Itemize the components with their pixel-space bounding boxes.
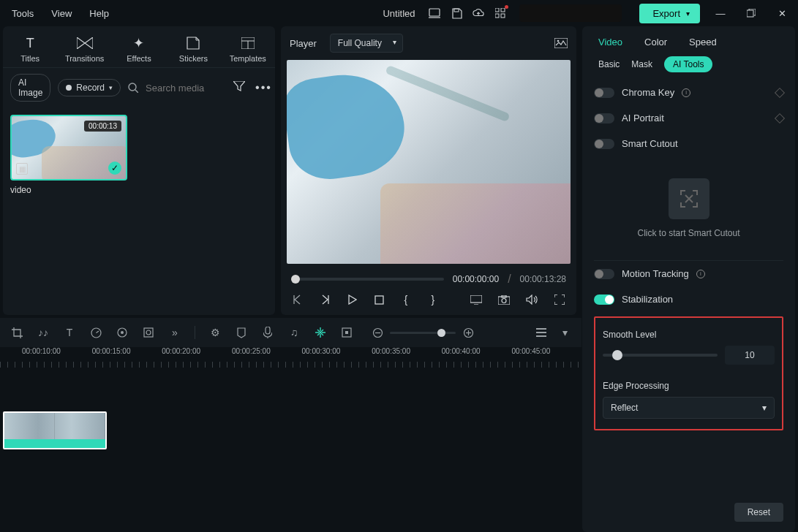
- smart-cutout-hint: Click to start Smart Cutout: [594, 228, 783, 238]
- track-view-icon[interactable]: [535, 326, 548, 339]
- mic-icon[interactable]: [261, 326, 274, 339]
- menu-help[interactable]: Help: [89, 8, 109, 19]
- zoom-in-button[interactable]: [462, 326, 475, 339]
- keyframe-icon[interactable]: [775, 87, 785, 97]
- svg-rect-3: [495, 8, 499, 12]
- save-icon[interactable]: [451, 7, 462, 19]
- menu-tools[interactable]: Tools: [12, 8, 34, 19]
- svg-rect-16: [470, 295, 482, 303]
- frame-icon[interactable]: [340, 326, 353, 339]
- reset-button[interactable]: Reset: [734, 503, 783, 522]
- toggle-motion-tracking[interactable]: [594, 269, 614, 279]
- svg-rect-2: [454, 9, 459, 12]
- stop-button[interactable]: [374, 293, 385, 306]
- subtab-mask[interactable]: Mask: [631, 59, 652, 69]
- info-icon[interactable]: i: [696, 270, 705, 278]
- maximize-button[interactable]: [741, 3, 761, 23]
- clip-thumbnail[interactable]: 00:00:13 ▦ ✓: [10, 115, 127, 180]
- info-icon[interactable]: i: [682, 88, 690, 97]
- camera-icon[interactable]: [498, 293, 510, 306]
- svg-rect-18: [498, 297, 510, 305]
- smooth-level-value[interactable]: 10: [725, 346, 775, 365]
- smart-cutout-icon[interactable]: [669, 178, 709, 219]
- audio-mix-icon[interactable]: ♫: [287, 326, 301, 339]
- smooth-level-slider[interactable]: [603, 354, 718, 357]
- cloud-icon[interactable]: [473, 7, 484, 19]
- add-to-timeline-icon[interactable]: ▦: [16, 163, 28, 175]
- more-icon[interactable]: •••: [255, 81, 272, 94]
- svg-rect-15: [375, 296, 383, 304]
- filter-icon[interactable]: [233, 81, 245, 94]
- display-icon[interactable]: [470, 293, 482, 306]
- tab-titles[interactable]: TTitles: [8, 35, 52, 63]
- preview-viewport[interactable]: [287, 60, 571, 264]
- stickers-icon: [171, 35, 215, 51]
- play-button[interactable]: [347, 293, 358, 306]
- chevron-down-icon: ▾: [686, 10, 690, 18]
- settings-icon[interactable]: ⚙: [208, 326, 222, 339]
- greenscreen-icon[interactable]: [142, 326, 155, 339]
- account-box[interactable]: [519, 4, 622, 22]
- volume-icon[interactable]: [526, 293, 538, 306]
- prev-frame-button[interactable]: [293, 293, 304, 306]
- close-button[interactable]: ✕: [772, 3, 792, 23]
- subtab-basic[interactable]: Basic: [598, 59, 620, 69]
- text-icon[interactable]: T: [63, 326, 76, 339]
- timeline-settings-icon[interactable]: ▾: [558, 326, 571, 339]
- search-icon[interactable]: [128, 82, 138, 94]
- toggle-stabilization[interactable]: [594, 294, 614, 305]
- fullscreen-icon[interactable]: [554, 293, 565, 306]
- tab-effects[interactable]: ✦Effects: [117, 35, 161, 63]
- device-icon[interactable]: [429, 7, 440, 19]
- next-frame-button[interactable]: [320, 293, 331, 306]
- crop-icon[interactable]: [10, 326, 23, 339]
- svg-line-12: [135, 90, 138, 93]
- speed-icon[interactable]: [89, 326, 102, 339]
- zoom-slider[interactable]: [390, 332, 456, 334]
- svg-rect-0: [429, 9, 440, 16]
- timeline-clip[interactable]: [3, 411, 107, 449]
- marker-icon[interactable]: [235, 326, 248, 339]
- expand-icon[interactable]: »: [168, 326, 181, 339]
- templates-icon: [226, 35, 270, 51]
- menu-view[interactable]: View: [51, 8, 72, 19]
- toggle-ai-portrait[interactable]: [594, 113, 614, 123]
- record-dot-icon: [66, 85, 72, 91]
- magnet-icon[interactable]: [314, 326, 327, 339]
- quality-select[interactable]: Full Quality: [330, 34, 403, 53]
- tab-templates[interactable]: Templates: [226, 35, 270, 63]
- tab-color[interactable]: Color: [644, 37, 667, 48]
- keyframe-icon[interactable]: [775, 113, 785, 123]
- smooth-level-label: Smooth Level: [603, 330, 775, 340]
- record-button[interactable]: Record▾: [58, 79, 121, 96]
- color-icon[interactable]: [116, 326, 129, 339]
- subtab-ai-tools[interactable]: AI Tools: [664, 56, 712, 72]
- music-icon[interactable]: ♪♪: [37, 326, 50, 339]
- document-title: Untitled: [383, 8, 415, 19]
- apps-icon[interactable]: [494, 7, 506, 19]
- edge-processing-select[interactable]: Reflect▾: [603, 397, 775, 419]
- ai-image-button[interactable]: AI Image: [10, 74, 50, 102]
- zoom-out-button[interactable]: [371, 326, 384, 339]
- timeline-ruler[interactable]: 00:00:10:00 00:00:15:00 00:00:20:00 00:0…: [0, 347, 581, 368]
- tab-transitions[interactable]: Transitions: [63, 35, 107, 63]
- toggle-smart-cutout[interactable]: [594, 139, 614, 149]
- mark-out-button[interactable]: }: [427, 293, 438, 306]
- edge-processing-label: Edge Processing: [603, 381, 775, 391]
- tab-video[interactable]: Video: [598, 37, 622, 48]
- svg-point-23: [121, 331, 124, 334]
- mark-in-button[interactable]: {: [400, 293, 411, 306]
- effects-icon: ✦: [117, 35, 161, 51]
- tab-speed[interactable]: Speed: [689, 37, 717, 48]
- svg-point-19: [502, 298, 506, 303]
- tab-stickers[interactable]: Stickers: [171, 35, 215, 63]
- media-clip[interactable]: 00:00:13 ▦ ✓ video: [10, 115, 127, 195]
- toggle-chroma-key[interactable]: [594, 88, 614, 98]
- snapshot-icon[interactable]: [554, 38, 568, 48]
- scrub-bar[interactable]: [291, 278, 444, 281]
- svg-rect-13: [554, 38, 568, 48]
- svg-rect-7: [747, 10, 753, 17]
- minimize-button[interactable]: —: [710, 3, 731, 23]
- export-button[interactable]: Export▾: [639, 4, 700, 23]
- search-input[interactable]: [146, 83, 226, 94]
